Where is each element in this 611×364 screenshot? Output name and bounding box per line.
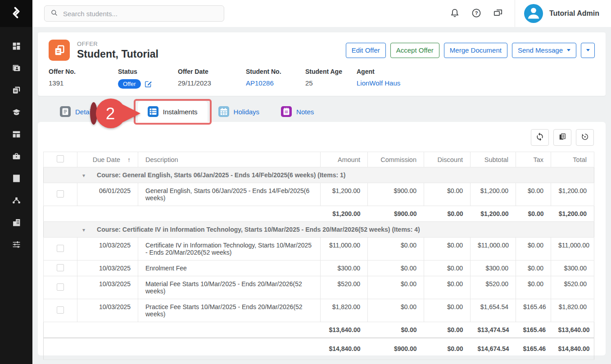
column-header-subtotal[interactable]: Subtotal xyxy=(471,152,516,167)
due-date-cell: 10/03/2025 xyxy=(77,276,138,299)
help-button[interactable]: ? xyxy=(471,8,482,19)
callout-number: 2 xyxy=(106,104,115,123)
select-all-checkbox[interactable] xyxy=(57,155,64,162)
search-input[interactable] xyxy=(63,10,218,18)
table-row: 10/03/2025 Certificate IV in Information… xyxy=(44,238,594,261)
agents-icon xyxy=(12,196,21,207)
field-agent: Agent LionWolf Haus xyxy=(357,68,400,89)
merge-document-button[interactable]: Merge Document xyxy=(444,43,507,58)
user-name[interactable]: Tutorial Admin xyxy=(549,9,599,18)
sidebar-item-dashboard[interactable] xyxy=(0,36,32,58)
details-tab-icon xyxy=(60,106,71,117)
column-header-tax[interactable]: Tax xyxy=(516,152,551,167)
user-avatar[interactable] xyxy=(524,4,543,23)
subtotal-cell: $520.00 xyxy=(471,276,516,299)
row-checkbox[interactable] xyxy=(57,245,64,252)
search-box xyxy=(44,5,224,22)
sidebar-item-jobs[interactable] xyxy=(0,146,32,168)
accept-offer-button[interactable]: Accept Offer xyxy=(390,43,439,58)
tab-details[interactable]: Details xyxy=(49,101,107,122)
group-totals-row: $13,640.00 $0.00 $0.00 $13,474.54 $165.4… xyxy=(44,322,594,338)
sidebar-item-organisation[interactable] xyxy=(0,212,32,234)
more-actions-button[interactable] xyxy=(581,43,595,58)
row-checkbox[interactable] xyxy=(57,264,64,271)
offer-actions: Edit Offer Accept Offer Merge Document S… xyxy=(346,43,595,58)
offer-type-icon xyxy=(49,40,70,61)
instalments-tab-icon xyxy=(148,106,158,117)
merge-document-label: Merge Document xyxy=(450,46,502,54)
agent-link[interactable]: LionWolf Haus xyxy=(357,79,400,87)
student-age-value: 25 xyxy=(305,79,357,87)
holidays-tab-icon xyxy=(218,106,229,117)
offers-icon xyxy=(12,85,21,97)
app-logo[interactable] xyxy=(0,0,32,27)
group-total-amount: $13,640.00 xyxy=(321,322,368,338)
edit-status-icon[interactable] xyxy=(145,80,152,88)
column-header-commission[interactable]: Commission xyxy=(368,152,424,167)
messages-button[interactable] xyxy=(492,8,504,19)
send-message-button[interactable]: Send Message xyxy=(512,43,576,58)
field-status: Status Offer xyxy=(118,68,178,89)
discount-cell: $0.00 xyxy=(424,299,471,322)
total-cell: $1,820.00 xyxy=(551,299,594,322)
history-button[interactable] xyxy=(576,129,594,146)
group-total-commission: $0.00 xyxy=(368,322,424,338)
refresh-icon xyxy=(535,132,544,143)
status-badge[interactable]: Offer xyxy=(118,79,141,89)
chat-icon xyxy=(493,13,503,20)
sidebar-item-finance[interactable]: $ xyxy=(0,168,32,190)
description-cell: Material Fee Starts 10/Mar/2025 - Ends 2… xyxy=(138,276,321,299)
row-checkbox[interactable] xyxy=(57,283,64,291)
tab-holidays[interactable]: Holidays xyxy=(208,101,271,122)
dashboard-icon xyxy=(12,41,21,53)
sidebar-item-classes[interactable] xyxy=(0,124,32,146)
group-total-tax: $165.46 xyxy=(516,322,551,338)
tab-instalments[interactable]: Instalments xyxy=(138,101,208,122)
field-student-no: Student No. AP10286 xyxy=(246,68,305,89)
sidebar-nav: $ xyxy=(0,27,32,256)
total-cell: $300.00 xyxy=(551,261,594,276)
table-toolbar xyxy=(43,129,594,146)
grand-total-row: $14,840.00 $900.00 $0.00 $14,674.54 $165… xyxy=(44,338,594,360)
instalments-panel: Due Date↑ Description Amount Commission … xyxy=(38,122,606,355)
sidebar-item-offers[interactable] xyxy=(0,80,32,102)
instalments-table: Due Date↑ Description Amount Commission … xyxy=(43,152,594,360)
tax-cell: $0.00 xyxy=(516,261,551,276)
tab-notes[interactable]: Notes xyxy=(270,101,325,122)
refresh-button[interactable] xyxy=(531,129,549,146)
chevron-down-icon xyxy=(567,49,570,51)
row-checkbox[interactable] xyxy=(57,190,64,198)
column-header-description[interactable]: Description xyxy=(138,152,321,167)
row-checkbox[interactable] xyxy=(57,306,64,314)
notifications-button[interactable] xyxy=(449,8,461,19)
offer-no-value: 1391 xyxy=(49,79,118,87)
settings-sliders-icon xyxy=(12,240,21,251)
copy-button[interactable] xyxy=(553,129,571,146)
status-label: Status xyxy=(118,68,178,75)
commission-cell: $900.00 xyxy=(368,183,424,206)
tab-details-label: Details xyxy=(75,108,96,116)
total-cell: $1,200.00 xyxy=(551,183,594,206)
total-cell: $11,000.00 xyxy=(551,238,594,261)
column-header-due-date[interactable]: Due Date↑ xyxy=(77,152,138,167)
group-total-subtotal: $13,474.54 xyxy=(471,322,516,338)
student-no-link[interactable]: AP10286 xyxy=(246,79,274,87)
sidebar-item-students[interactable] xyxy=(0,58,32,80)
sidebar-item-courses[interactable] xyxy=(0,102,32,124)
tax-cell: $165.46 xyxy=(516,299,551,322)
collapse-group-icon[interactable]: ▾ xyxy=(82,172,85,179)
column-header-total[interactable]: Total xyxy=(551,152,594,167)
sidebar-item-settings[interactable] xyxy=(0,234,32,256)
sidebar-item-agents[interactable] xyxy=(0,190,32,212)
column-header-amount[interactable]: Amount xyxy=(321,152,368,167)
group-header-row: ▾Course: Certificate IV in Information T… xyxy=(44,222,594,238)
offer-kind-label: OFFER xyxy=(77,40,158,47)
edit-offer-button[interactable]: Edit Offer xyxy=(346,43,386,58)
student-no-label: Student No. xyxy=(246,68,305,75)
commission-cell: $0.00 xyxy=(368,261,424,276)
offer-fields-row: Offer No. 1391 Status Offer Offer Date 2… xyxy=(38,64,606,96)
collapse-group-icon[interactable]: ▾ xyxy=(82,227,85,233)
grand-total-amount: $14,840.00 xyxy=(321,338,368,360)
grand-total-tax: $165.46 xyxy=(516,338,551,360)
column-header-discount[interactable]: Discount xyxy=(424,152,471,167)
